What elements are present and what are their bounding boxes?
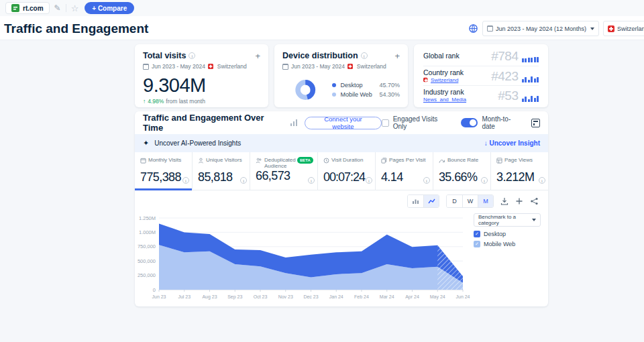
header-controls: Jun 2023 - May 2024 (12 Months) Switzerl… (468, 21, 644, 36)
legend-value: 45.70% (379, 82, 400, 89)
country-value: Switzerland (617, 25, 644, 32)
info-icon[interactable] (182, 177, 189, 184)
card-country: Switzerland (217, 63, 247, 70)
rank-trend-bars (522, 74, 539, 82)
page-title: Traffic and Engagement (4, 21, 148, 36)
total-visits-value: 9.304M (143, 74, 260, 97)
tab-page-views[interactable]: Page Views 3.212M (490, 152, 548, 190)
share-icon[interactable] (530, 197, 539, 205)
svg-text:Jun 24: Jun 24 (455, 294, 470, 299)
info-icon[interactable] (366, 177, 372, 184)
tab-visit-duration[interactable]: Visit Duration 00:07:24 (317, 152, 375, 190)
bar-chart-type-button[interactable] (408, 195, 423, 207)
info-icon[interactable] (361, 52, 368, 59)
month-to-date-label: Month-to-date (482, 115, 523, 130)
info-icon[interactable] (189, 52, 195, 59)
chart-controls: D W M (407, 194, 539, 208)
svg-text:1.250M: 1.250M (139, 215, 156, 221)
info-icon[interactable] (308, 177, 315, 184)
industry-rank-link[interactable]: News_and_Media (423, 97, 466, 103)
country-rank-link[interactable]: Switzerland (423, 77, 464, 83)
domain-chip[interactable]: rt.com (5, 2, 50, 14)
top-bar: rt.com ✎ ☆ + Compare (0, 0, 644, 16)
traffic-area-chart[interactable]: 1.250M1.000M750,000500,000250,0000Jun 23… (135, 212, 548, 304)
add-to-dashboard-icon[interactable]: + (255, 52, 260, 60)
chevron-down-icon (590, 27, 594, 30)
device-distribution-title: Device distribution (282, 51, 358, 60)
title-bar: Traffic and Engagement Jun 2023 - May 20… (0, 16, 644, 40)
section-title: Traffic and Engagement Over Time (143, 113, 286, 133)
rank-trend-bars (522, 54, 539, 62)
favorite-star-icon[interactable]: ☆ (71, 4, 79, 13)
metric-value: 35.66% (439, 170, 486, 184)
download-icon[interactable] (500, 197, 508, 205)
ai-insights-label: Uncover AI-Powered Insights (154, 139, 241, 147)
rank-value: #53 (498, 89, 518, 102)
svg-text:Nov 23: Nov 23 (278, 294, 293, 299)
tab-bounce-rate[interactable]: Bounce Rate 35.66% (433, 152, 490, 190)
industry-rank-row: Industry rank News_and_Media #53 (423, 85, 539, 105)
website-globe-icon[interactable] (468, 23, 478, 34)
info-icon[interactable] (423, 177, 430, 184)
info-icon[interactable] (539, 177, 545, 184)
card-date: Jun 2023 - May 2024 (152, 63, 205, 70)
connect-website-button[interactable]: Connect your website (305, 117, 382, 129)
metric-value: 85,818 (198, 170, 246, 184)
divider (66, 4, 66, 12)
granularity-week-button[interactable]: W (462, 195, 478, 207)
svg-text:0: 0 (153, 287, 156, 293)
add-chart-icon[interactable] (515, 197, 523, 205)
tab-deduplicated-audience[interactable]: Deduplicated Audience BETA 66,573 (250, 152, 317, 190)
clock-icon (323, 158, 329, 164)
rank-value: #784 (491, 50, 518, 62)
svg-text:Feb 24: Feb 24 (354, 294, 369, 299)
legend-item-mobile: Mobile Web 54.30% (332, 91, 400, 98)
uncover-insight-link[interactable]: ↓ Uncover Insight (484, 139, 540, 147)
engaged-visits-checkbox[interactable] (382, 119, 389, 127)
svg-text:Jul 23: Jul 23 (178, 294, 191, 299)
country-selector[interactable]: Switzerland (603, 21, 644, 36)
info-icon[interactable] (240, 177, 247, 184)
device-donut-chart (293, 76, 317, 104)
pages-icon (381, 158, 387, 164)
tab-monthly-visits[interactable]: Monthly Visits 775,388 (135, 152, 192, 190)
metrics-row: Monthly Visits 775,388 Unique Visitors 8… (135, 152, 548, 190)
country-rank-row: Country rank Switzerland #423 (423, 66, 539, 85)
mobile-dot-icon (332, 93, 336, 97)
month-to-date-toggle[interactable] (461, 118, 478, 127)
change-note: from last month (166, 98, 205, 105)
svg-text:750,000: 750,000 (138, 243, 156, 249)
svg-text:Apr 24: Apr 24 (405, 294, 419, 300)
switzerland-flag-icon (423, 78, 427, 82)
compare-button[interactable]: + Compare (85, 2, 134, 14)
sparkle-icon: ✦ (143, 139, 149, 148)
up-arrow-icon: ↑ (143, 98, 146, 105)
export-icon[interactable] (531, 119, 540, 127)
granularity-month-button[interactable]: M (478, 195, 493, 207)
granularity-group: D W M (446, 194, 494, 208)
info-icon[interactable] (481, 177, 488, 184)
tab-pages-per-visit[interactable]: Pages Per Visit 4.14 (375, 152, 433, 190)
legend-label: Desktop (340, 82, 375, 89)
page-views-icon (496, 158, 502, 164)
rank-trend-bars (522, 94, 539, 102)
person-icon (198, 158, 204, 164)
rank-label: Country rank (423, 68, 464, 77)
engaged-visits-label: Engaged Visits Only (393, 115, 453, 130)
date-range-selector[interactable]: Jun 2023 - May 2024 (12 Months) (482, 21, 599, 36)
line-chart-type-button[interactable] (423, 195, 439, 207)
beta-badge: BETA (297, 157, 313, 164)
rank-label: Industry rank (423, 88, 466, 97)
ai-insights-bar: ✦ Uncover AI-Powered Insights ↓ Uncover … (135, 134, 548, 152)
svg-text:Dec 23: Dec 23 (303, 294, 318, 299)
metric-value: 3.212M (496, 170, 544, 184)
desktop-dot-icon (332, 83, 336, 87)
edit-icon[interactable]: ✎ (54, 4, 61, 12)
tab-unique-visitors[interactable]: Unique Visitors 85,818 (192, 152, 250, 190)
domain-name: rt.com (23, 5, 44, 12)
add-to-dashboard-icon[interactable]: + (394, 52, 400, 60)
card-date: Jun 2023 - May 2024 (291, 63, 345, 70)
calendar-icon (487, 25, 493, 32)
granularity-day-button[interactable]: D (447, 195, 462, 207)
switzerland-flag-icon (347, 64, 353, 69)
